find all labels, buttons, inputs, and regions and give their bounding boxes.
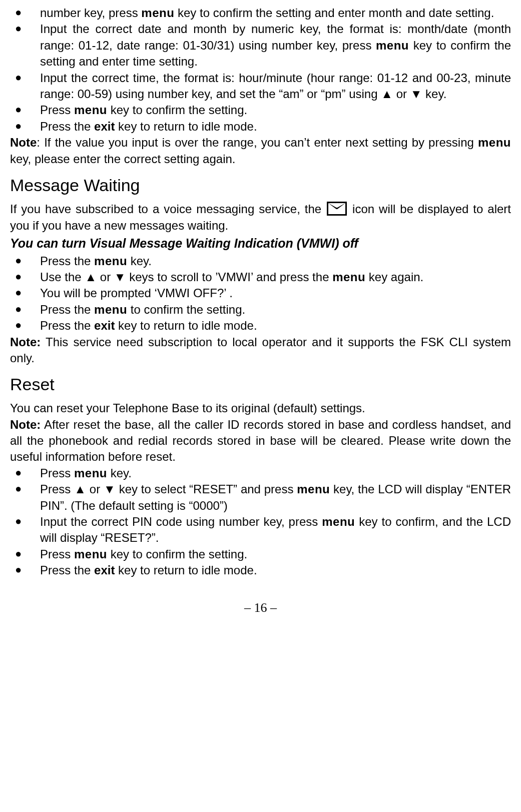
section1-bullets: Input the correct date and month by nume…	[10, 21, 511, 135]
text: key.	[107, 466, 132, 480]
text: Press	[40, 466, 74, 480]
page-content: number key, press menu key to confirm th…	[10, 5, 511, 616]
list-item: Press the menu to confirm the setting.	[10, 302, 511, 318]
note-text: Note: If the value you input is over the…	[10, 135, 511, 167]
menu-key-label: menu	[74, 547, 107, 561]
menu-key-label: menu	[141, 6, 174, 20]
note-label: Note:	[10, 418, 41, 431]
text: key to confirm the setting.	[107, 103, 247, 117]
menu-key-label: menu	[74, 103, 107, 117]
text: : If the value you input is over the ran…	[37, 136, 478, 149]
vmwi-subheading: You can turn Visual Message Waiting Indi…	[10, 235, 511, 252]
text: key to return to idle mode.	[115, 120, 257, 133]
text: This service need subscription to local …	[10, 335, 511, 365]
text: Use the ▲ or ▼ keys to scroll to ’VMWI’ …	[40, 270, 332, 284]
continuation-text: number key, press menu key to confirm th…	[10, 5, 511, 21]
menu-key-label: menu	[74, 466, 107, 480]
text: key again.	[365, 270, 423, 284]
list-item: Use the ▲ or ▼ keys to scroll to ’VMWI’ …	[10, 269, 511, 285]
list-item: Input the correct date and month by nume…	[10, 21, 511, 70]
text: Press	[40, 547, 74, 561]
note-label: Note	[10, 136, 37, 149]
text: to confirm the setting.	[127, 303, 245, 316]
text: key, please enter the correct setting ag…	[10, 152, 235, 166]
list-item: You will be prompted ‘VMWI OFF?’ .	[10, 285, 511, 301]
section3-bullets: Press menu key. Press ▲ or ▼ key to sele…	[10, 465, 511, 579]
text: key to confirm the setting.	[107, 547, 247, 561]
list-item: Press the exit key to return to idle mod…	[10, 562, 511, 578]
list-item: Input the correct PIN code using number …	[10, 514, 511, 546]
list-item: Input the correct time, the format is: h…	[10, 70, 511, 103]
text: Press the	[40, 303, 94, 316]
menu-key-label: menu	[332, 270, 365, 284]
text: Press the	[40, 254, 94, 268]
text: key to confirm the setting and enter mon…	[174, 6, 494, 20]
text: If you have subscribed to a voice messag…	[10, 202, 326, 216]
text: Input the correct PIN code using number …	[40, 515, 322, 528]
text: Press the	[40, 120, 94, 133]
list-item: Press the exit key to return to idle mod…	[10, 119, 511, 135]
heading-message-waiting: Message Waiting	[10, 174, 511, 197]
menu-key-label: menu	[297, 482, 330, 496]
note-text: Note: After reset the base, all the call…	[10, 417, 511, 465]
text: Press the	[40, 319, 94, 332]
mail-icon	[327, 202, 347, 216]
list-item: Press menu key to confirm the setting.	[10, 102, 511, 118]
text: Press	[40, 103, 74, 117]
exit-key-label: exit	[94, 319, 115, 332]
exit-key-label: exit	[94, 563, 115, 577]
menu-key-label: menu	[478, 136, 511, 149]
text: key to return to idle mode.	[115, 319, 257, 332]
text: After reset the base, all the caller ID …	[10, 418, 511, 464]
reset-intro: You can reset your Telephone Base to its…	[10, 400, 511, 416]
note-text: Note: This service need subscription to …	[10, 334, 511, 367]
heading-reset: Reset	[10, 373, 511, 396]
list-item: Press menu key to confirm the setting.	[10, 546, 511, 562]
text: number key, press	[40, 6, 141, 20]
text: Input the correct time, the format is: h…	[40, 71, 511, 101]
list-item: Press the exit key to return to idle mod…	[10, 318, 511, 334]
menu-key-label: menu	[376, 39, 409, 52]
section2-bullets: Press the menu key. Use the ▲ or ▼ keys …	[10, 253, 511, 334]
note-label: Note:	[10, 335, 41, 349]
menu-key-label: menu	[94, 303, 127, 316]
list-item: Press ▲ or ▼ key to select “RESET” and p…	[10, 481, 511, 514]
text: You will be prompted ‘VMWI OFF?’ .	[40, 286, 233, 300]
message-waiting-intro: If you have subscribed to a voice messag…	[10, 201, 511, 234]
list-item: Press menu key.	[10, 465, 511, 481]
menu-key-label: menu	[322, 515, 355, 528]
menu-key-label: menu	[94, 254, 127, 268]
exit-key-label: exit	[94, 120, 115, 133]
text: key to return to idle mode.	[115, 563, 257, 577]
page-number: – 16 –	[10, 599, 511, 616]
text: Press the	[40, 563, 94, 577]
text: key.	[127, 254, 152, 268]
text: Press ▲ or ▼ key to select “RESET” and p…	[40, 482, 297, 496]
list-item: Press the menu key.	[10, 253, 511, 269]
